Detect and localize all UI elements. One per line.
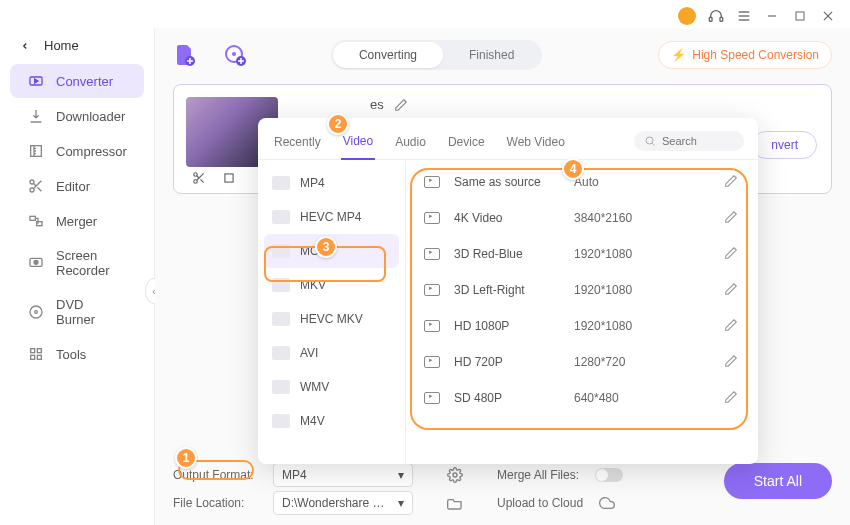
format-tab-audio[interactable]: Audio <box>393 129 428 159</box>
annotation-1: 1 <box>175 447 197 469</box>
resolution-item[interactable]: HD 720P1280*720 <box>406 344 758 380</box>
format-label: AVI <box>300 346 318 360</box>
svg-line-34 <box>200 179 203 182</box>
folder-icon[interactable] <box>447 495 463 511</box>
grid-icon <box>28 346 44 362</box>
format-icon <box>272 244 290 258</box>
menu-icon[interactable] <box>736 8 752 24</box>
svg-point-21 <box>30 306 42 318</box>
svg-rect-17 <box>30 216 35 220</box>
edit-resolution-icon[interactable] <box>724 390 740 406</box>
resolution-item[interactable]: 3D Left-Right1920*1080 <box>406 272 758 308</box>
resolution-name: SD 480P <box>454 391 574 405</box>
svg-rect-1 <box>720 17 723 21</box>
sidebar-item-label: DVD Burner <box>56 297 126 327</box>
video-res-icon <box>424 320 440 332</box>
resolution-item[interactable]: 4K Video3840*2160 <box>406 200 758 236</box>
resolution-item[interactable]: SD 480P640*480 <box>406 380 758 416</box>
svg-point-29 <box>232 52 236 56</box>
resolution-item[interactable]: 3D Red-Blue1920*1080 <box>406 236 758 272</box>
edit-resolution-icon[interactable] <box>724 282 740 298</box>
resolution-list: Same as sourceAuto4K Video3840*21603D Re… <box>406 160 758 464</box>
format-label: HEVC MKV <box>300 312 363 326</box>
file-location-label: File Location: <box>173 496 263 510</box>
trim-icon[interactable] <box>192 171 206 185</box>
sidebar-item-downloader[interactable]: Downloader <box>10 99 144 133</box>
upload-label: Upload to Cloud <box>497 496 583 510</box>
edit-resolution-icon[interactable] <box>724 318 740 334</box>
format-item-hevc-mp4[interactable]: HEVC MP4 <box>258 200 405 234</box>
format-tab-video[interactable]: Video <box>341 128 375 160</box>
status-segmented: Converting Finished <box>331 40 542 70</box>
add-dvd-button[interactable] <box>223 43 247 67</box>
edit-resolution-icon[interactable] <box>724 354 740 370</box>
sidebar-item-compressor[interactable]: Compressor <box>10 134 144 168</box>
resolution-item[interactable]: HD 1080P1920*1080 <box>406 308 758 344</box>
edit-resolution-icon[interactable] <box>724 246 740 262</box>
svg-rect-24 <box>37 349 41 353</box>
seg-converting[interactable]: Converting <box>333 42 443 68</box>
svg-line-15 <box>37 187 41 191</box>
format-search-input[interactable] <box>662 135 732 147</box>
merge-toggle[interactable] <box>595 468 623 482</box>
merge-label: Merge All Files: <box>497 468 579 482</box>
format-label: HEVC MP4 <box>300 210 361 224</box>
output-format-select[interactable]: MP4▾ <box>273 463 413 487</box>
sidebar-item-dvd-burner[interactable]: DVD Burner <box>10 288 144 336</box>
output-format-value: MP4 <box>282 468 307 482</box>
high-speed-badge[interactable]: ⚡ High Speed Conversion <box>658 41 832 69</box>
convert-button[interactable]: nvert <box>752 131 817 159</box>
format-search[interactable] <box>634 131 744 151</box>
format-icon <box>272 278 290 292</box>
resolution-value: Auto <box>574 175 724 189</box>
hsc-label: High Speed Conversion <box>692 48 819 62</box>
headset-icon[interactable] <box>708 8 724 24</box>
file-location-select[interactable]: D:\Wondershare UniConverter 1▾ <box>273 491 413 515</box>
file-location-value: D:\Wondershare UniConverter 1 <box>282 496 392 510</box>
user-avatar[interactable] <box>678 7 696 25</box>
annotation-4: 4 <box>562 158 584 180</box>
format-tab-web-video[interactable]: Web Video <box>505 129 567 159</box>
edit-title-icon[interactable] <box>394 98 408 112</box>
add-file-button[interactable] <box>173 43 197 67</box>
resolution-name: HD 720P <box>454 355 574 369</box>
sidebar-item-label: Merger <box>56 214 97 229</box>
format-label: MKV <box>300 278 326 292</box>
minimize-icon[interactable] <box>764 8 780 24</box>
home-back[interactable]: Home <box>0 28 154 63</box>
scissors-icon <box>28 178 44 194</box>
format-tab-recently[interactable]: Recently <box>272 129 323 159</box>
maximize-icon[interactable] <box>792 8 808 24</box>
format-item-mp4[interactable]: MP4 <box>258 166 405 200</box>
format-icon <box>272 414 290 428</box>
seg-finished[interactable]: Finished <box>443 42 540 68</box>
sidebar-item-editor[interactable]: Editor <box>10 169 144 203</box>
sidebar-item-merger[interactable]: Merger <box>10 204 144 238</box>
settings-icon[interactable] <box>447 467 463 483</box>
resolution-name: Same as source <box>454 175 574 189</box>
close-icon[interactable] <box>820 8 836 24</box>
sidebar-item-tools[interactable]: Tools <box>10 337 144 371</box>
start-all-button[interactable]: Start All <box>724 463 832 499</box>
format-tab-device[interactable]: Device <box>446 129 487 159</box>
sidebar-item-label: Converter <box>56 74 113 89</box>
bolt-icon: ⚡ <box>671 48 686 62</box>
format-item-avi[interactable]: AVI <box>258 336 405 370</box>
sidebar-item-screen-recorder[interactable]: Screen Recorder <box>10 239 144 287</box>
format-item-mkv[interactable]: MKV <box>258 268 405 302</box>
cloud-icon[interactable] <box>599 495 615 511</box>
crop-icon[interactable] <box>222 171 236 185</box>
edit-resolution-icon[interactable] <box>724 174 740 190</box>
format-item-hevc-mkv[interactable]: HEVC MKV <box>258 302 405 336</box>
resolution-value: 1920*1080 <box>574 283 724 297</box>
sidebar-item-label: Compressor <box>56 144 127 159</box>
format-item-wmv[interactable]: WMV <box>258 370 405 404</box>
format-item-m4v[interactable]: M4V <box>258 404 405 438</box>
edit-resolution-icon[interactable] <box>724 210 740 226</box>
svg-marker-10 <box>35 79 38 83</box>
toolbar: Converting Finished ⚡ High Speed Convers… <box>173 38 832 72</box>
video-res-icon <box>424 356 440 368</box>
sidebar-item-converter[interactable]: Converter <box>10 64 144 98</box>
annotation-3: 3 <box>315 236 337 258</box>
search-icon <box>644 135 656 147</box>
